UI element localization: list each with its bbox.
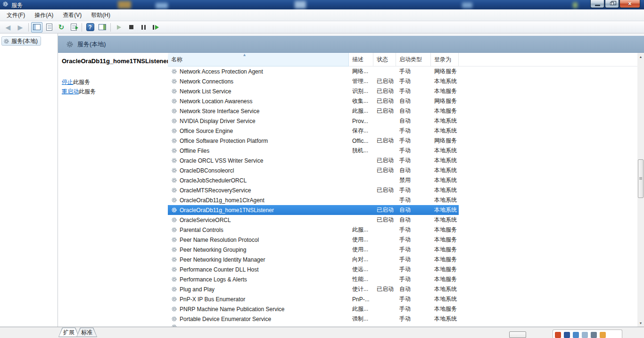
service-gear-icon (171, 78, 177, 84)
table-row[interactable]: Network Store Interface Service 此服... 已启… (168, 106, 637, 116)
properties-icon (46, 24, 52, 31)
service-gear-icon (171, 187, 177, 193)
column-header-logon-as[interactable]: 登录为 (431, 53, 459, 66)
service-name: Parental Controls (180, 227, 223, 233)
service-status (373, 146, 396, 156)
minimize-button[interactable] (590, 0, 604, 8)
service-gear-icon (171, 247, 177, 253)
peek-icon-blue-light (573, 332, 579, 338)
scroll-down-button[interactable]: ▼ (637, 319, 644, 327)
table-row[interactable]: Portable Device Enumerator Service 强制...… (168, 314, 637, 324)
table-row[interactable]: Peer Networking Grouping 使用... 手动 本地服务 (168, 245, 637, 255)
refresh-button[interactable]: ↻ (56, 22, 67, 33)
show-action-pane-button[interactable] (97, 22, 108, 33)
column-header-startup-type[interactable]: 启动类型 (396, 53, 431, 66)
table-row[interactable]: OracleMTSRecoveryService 已启动 手动 本地系统 (168, 185, 637, 195)
table-row[interactable]: Oracle ORCL VSS Writer Service 已启动 手动 本地… (168, 156, 637, 165)
restart-service-link[interactable]: 重启动此服务 (62, 87, 96, 96)
menu-view[interactable]: 查看(V) (58, 9, 86, 21)
scroll-up-icon: ▲ (639, 55, 643, 58)
table-row[interactable]: Network Location Awareness 收集... 已启动 自动 … (168, 96, 637, 106)
table-row[interactable]: Peer Networking Identity Manager 向对... 手… (168, 255, 637, 264)
scrollbar-thumb[interactable] (638, 159, 644, 198)
service-logon-as: 本地服务 (431, 235, 459, 245)
restore-button[interactable] (605, 0, 619, 8)
menu-help[interactable]: 帮助(H) (86, 9, 115, 21)
tree-item-label: 服务(本地) (11, 37, 38, 45)
list-header: ▴ 名称 描述 状态 启动类型 登录为 (168, 53, 637, 66)
service-startup-type: 自动 (396, 215, 431, 225)
stop-service-link[interactable]: 停止此服务 (62, 77, 96, 87)
service-status: 已启动 (373, 86, 396, 96)
column-header-status[interactable]: 状态 (373, 53, 396, 66)
table-row[interactable]: PnP-X IP Bus Enumerator PnP-... 手动 本地系统 (168, 294, 637, 304)
service-logon-as: 本地服务 (431, 106, 459, 116)
service-name: PNRP Machine Name Publication Service (180, 306, 285, 313)
service-gear-icon (171, 157, 177, 164)
forward-icon: ▶ (18, 24, 23, 31)
service-description: 此服... (349, 225, 373, 235)
table-row[interactable]: OracleServiceORCL 已启动 自动 本地系统 (168, 215, 637, 225)
table-row[interactable]: PNRP Machine Name Publication Service 此服… (168, 304, 637, 314)
table-row[interactable]: Office Software Protection Platform Offi… (168, 136, 637, 146)
forward-button[interactable]: ▶ (15, 22, 26, 33)
column-header-name[interactable]: ▴ 名称 (168, 53, 349, 66)
table-row[interactable]: Performance Counter DLL Host 使远... 手动 本地… (168, 264, 637, 274)
service-gear-icon (171, 227, 177, 233)
service-status (373, 274, 396, 284)
title-bar[interactable]: 服务 × (0, 0, 644, 9)
console-tree-panel: 服务(本地) (0, 33, 58, 327)
service-status (373, 264, 396, 274)
table-row[interactable]: OracleOraDb11g_home1TNSListener 已启动 自动 本… (168, 205, 459, 215)
table-row[interactable]: Offline Files 脱机... 手动 本地系统 (168, 146, 637, 156)
back-button[interactable]: ◀ (2, 22, 14, 33)
help-button[interactable]: ? (84, 22, 96, 33)
column-header-description[interactable]: 描述 (349, 53, 373, 66)
table-row[interactable]: Office Source Engine 保存... 手动 本地系统 (168, 126, 637, 136)
tab-standard[interactable]: 标准 (76, 328, 97, 337)
restart-service-button[interactable] (150, 22, 161, 33)
toolbar: ◀ ▶ ↻ ? (0, 21, 644, 33)
service-name: OracleServiceORCL (180, 217, 231, 223)
scroll-up-button[interactable]: ▲ (637, 53, 644, 60)
properties-button[interactable] (43, 22, 55, 33)
table-row[interactable]: NVIDIA Display Driver Service Prov... 自动… (168, 116, 637, 126)
titlebar-glass-reflection (462, 2, 472, 8)
stop-service-button[interactable] (125, 22, 137, 33)
service-name: Peer Name Resolution Protocol (180, 237, 259, 243)
service-startup-type: 自动 (396, 96, 431, 106)
start-service-button[interactable] (113, 22, 124, 33)
service-description: 收集... (349, 96, 373, 106)
table-row[interactable]: Plug and Play 使计... 已启动 自动 本地系统 (168, 284, 637, 294)
export-list-button[interactable] (68, 22, 79, 33)
table-row[interactable]: Performance Logs & Alerts 性能... 手动 本地服务 (168, 274, 637, 284)
table-row[interactable]: OracleJobSchedulerORCL 禁用 本地系统 (168, 175, 637, 185)
peek-icon-gray (591, 332, 597, 338)
service-startup-type: 手动 (396, 264, 431, 274)
table-row[interactable]: Peer Name Resolution Protocol 使用... 手动 本… (168, 235, 637, 245)
show-console-tree-button[interactable] (31, 22, 42, 33)
table-row[interactable]: Network List Service 识别... 已启动 手动 本地服务 (168, 86, 637, 96)
service-logon-as: 本地系统 (431, 165, 459, 175)
pause-service-button[interactable] (138, 22, 149, 33)
service-status (373, 225, 396, 235)
table-row[interactable]: Network Access Protection Agent 网络... 手动… (168, 66, 637, 76)
service-description: 此服... (349, 106, 373, 116)
service-name: Network Location Awareness (180, 98, 253, 105)
service-gear-icon (171, 177, 177, 183)
service-gear-icon (171, 276, 177, 282)
service-gear-icon (171, 286, 177, 292)
vertical-scrollbar[interactable]: ▲ ▼ (637, 53, 644, 327)
menu-action[interactable]: 操作(A) (30, 9, 58, 21)
service-startup-type: 手动 (396, 86, 431, 96)
menu-file[interactable]: 文件(F) (2, 9, 30, 21)
service-logon-as: 本地系统 (431, 116, 459, 126)
service-startup-type: 自动 (396, 116, 431, 126)
tree-item-services-local[interactable]: 服务(本地) (1, 36, 41, 46)
table-row[interactable]: Network Connections 管理... 已启动 手动 本地系统 (168, 76, 637, 86)
titlebar-glass-reflection (295, 1, 306, 8)
table-row[interactable]: Parental Controls 此服... 手动 本地服务 (168, 225, 637, 235)
table-row[interactable]: OracleOraDb11g_home1ClrAgent 手动 本地系统 (168, 195, 637, 205)
close-button[interactable]: × (619, 0, 640, 8)
table-row[interactable]: OracleDBConsoleorcl 已启动 自动 本地系统 (168, 165, 637, 175)
